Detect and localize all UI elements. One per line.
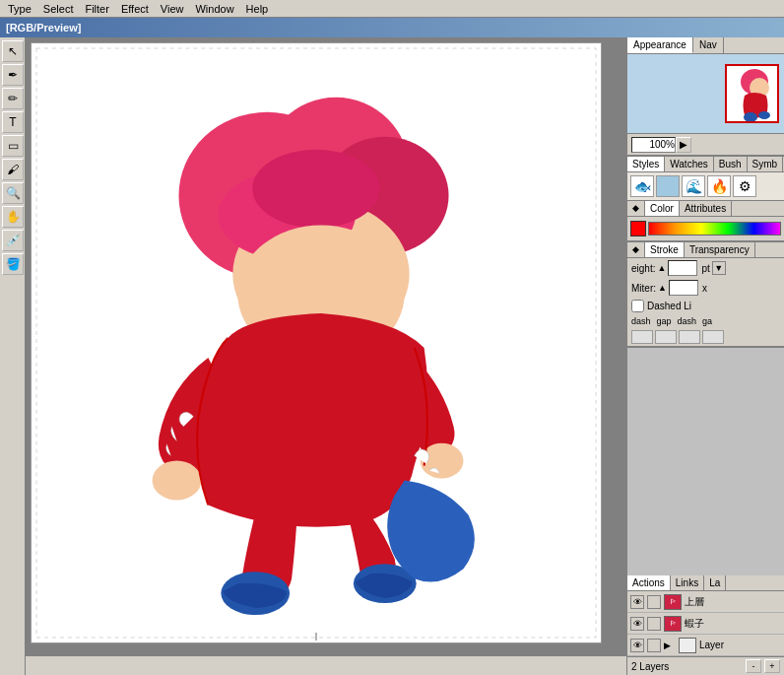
toolbox: ↖ ✒ ✏ T ▭ 🖌 🔍 ✋ 💉 🪣 bbox=[0, 37, 26, 675]
layer-2-thumb: 🏳 bbox=[664, 616, 682, 632]
tool-brush[interactable]: 🖌 bbox=[2, 159, 24, 180]
gap-box-1[interactable] bbox=[655, 330, 677, 344]
tab-appearance[interactable]: Appearance bbox=[627, 37, 693, 53]
layer-3-visibility[interactable]: 👁 bbox=[630, 639, 644, 652]
right-panel: Appearance Nav 100% ▶ bbox=[626, 37, 784, 675]
tool-pencil[interactable]: ✏ bbox=[2, 88, 24, 109]
color-gradient-bar[interactable] bbox=[648, 222, 781, 236]
tab-stroke[interactable]: Stroke bbox=[645, 242, 685, 257]
tab-color[interactable]: Color bbox=[645, 201, 680, 216]
tab-links[interactable]: Links bbox=[671, 575, 704, 590]
dashed-checkbox[interactable] bbox=[631, 300, 644, 312]
layer-2-name: 蝦子 bbox=[685, 617, 781, 631]
color-swatch[interactable] bbox=[630, 221, 646, 236]
tab-symb[interactable]: Symb bbox=[748, 157, 784, 171]
tab-watches[interactable]: Watches bbox=[665, 157, 714, 171]
tool-zoom[interactable]: 🔍 bbox=[2, 182, 24, 204]
menu-window[interactable]: Window bbox=[189, 0, 239, 17]
style-wave-icon[interactable]: 🌊 bbox=[682, 175, 705, 197]
tab-nav[interactable]: Nav bbox=[693, 37, 724, 53]
color-attr-tabs: ◆ Color Attributes bbox=[627, 201, 784, 217]
tab-layers[interactable]: La bbox=[704, 575, 726, 590]
tool-hand[interactable]: ✋ bbox=[2, 206, 24, 228]
layer-2-flag: 🏳 bbox=[670, 620, 677, 627]
tool-select[interactable]: ↖ bbox=[2, 40, 24, 62]
color-bar-row bbox=[627, 217, 784, 240]
gap-label-1: gap bbox=[657, 316, 672, 326]
zoom-bar: 100% ▶ bbox=[627, 133, 784, 155]
miter-x-label: x bbox=[702, 283, 707, 294]
tool-eyedropper[interactable]: 💉 bbox=[2, 230, 24, 251]
svg-point-8 bbox=[153, 461, 202, 501]
styles-tabs: Styles Watches Bush Symb bbox=[627, 157, 784, 172]
small-diamond-icon: ◆ bbox=[627, 242, 645, 257]
zoom-input[interactable]: 100% bbox=[631, 137, 676, 153]
menu-bar: Type Select Filter Effect View Window He… bbox=[0, 0, 784, 18]
svg-point-6 bbox=[252, 150, 380, 229]
styles-icon-bar: 🐟 🌊 🔥 ⚙ bbox=[627, 172, 784, 201]
styles-panel: Styles Watches Bush Symb 🐟 🌊 🔥 ⚙ ◆ Color… bbox=[627, 157, 784, 242]
miter-label: Miter: bbox=[631, 283, 656, 294]
menu-filter[interactable]: Filter bbox=[79, 0, 114, 17]
layers-add-button[interactable]: + bbox=[764, 659, 780, 673]
artwork-canvas bbox=[32, 43, 601, 642]
layer-3-arrow-icon[interactable]: ▶ bbox=[664, 641, 676, 650]
layer-1-flag: 🏳 bbox=[670, 598, 677, 605]
layer-3-name: Layer bbox=[699, 640, 781, 650]
style-fire-icon[interactable]: 🔥 bbox=[707, 175, 731, 197]
layer-1-visibility[interactable]: 👁 bbox=[630, 595, 644, 609]
canvas-area bbox=[26, 37, 626, 675]
document-title: [RGB/Preview] bbox=[6, 22, 81, 34]
menu-effect[interactable]: Effect bbox=[115, 0, 155, 17]
dash-box-1[interactable] bbox=[631, 330, 653, 344]
layers-footer: 2 Layers - + bbox=[627, 656, 784, 675]
weight-dropdown[interactable]: ▼ bbox=[712, 261, 726, 275]
style-water-icon[interactable] bbox=[656, 175, 680, 197]
layer-1-lock bbox=[647, 595, 661, 609]
dash-label-2: dash bbox=[678, 316, 697, 326]
layer-row-1: 👁 🏳 上層 bbox=[627, 591, 784, 613]
title-bar: [RGB/Preview] bbox=[0, 18, 784, 37]
gap-label-2: ga bbox=[702, 316, 712, 326]
layer-3-lock bbox=[647, 639, 661, 652]
tab-transparency[interactable]: Transparency bbox=[685, 242, 755, 257]
tool-shape[interactable]: ▭ bbox=[2, 135, 24, 157]
miter-up-icon: ▲ bbox=[658, 283, 667, 293]
tool-fill[interactable]: 🪣 bbox=[2, 253, 24, 275]
layer-1-thumb: 🏳 bbox=[664, 594, 682, 610]
main-area: ↖ ✒ ✏ T ▭ 🖌 🔍 ✋ 💉 🪣 bbox=[0, 37, 784, 675]
style-fish-icon[interactable]: 🐟 bbox=[630, 175, 654, 197]
dashed-row: Dashed Li bbox=[627, 298, 784, 314]
dash-labels-row: dash gap dash ga bbox=[627, 314, 784, 328]
small-icon-left[interactable]: ◆ bbox=[627, 201, 645, 216]
menu-select[interactable]: Select bbox=[37, 0, 80, 17]
menu-help[interactable]: Help bbox=[240, 0, 275, 17]
tab-bush[interactable]: Bush bbox=[714, 157, 748, 171]
preview-svg bbox=[727, 66, 779, 123]
appearance-preview bbox=[627, 54, 784, 133]
tab-actions[interactable]: Actions bbox=[627, 575, 671, 590]
layers-delete-button[interactable]: - bbox=[746, 659, 761, 673]
style-gear-icon[interactable]: ⚙ bbox=[733, 175, 756, 197]
gap-box-2[interactable] bbox=[702, 330, 724, 344]
layer-row-3: 👁 ▶ Layer bbox=[627, 635, 784, 656]
tool-type[interactable]: T bbox=[2, 111, 24, 133]
layer-row-2: 👁 🏳 蝦子 bbox=[627, 613, 784, 635]
layer-2-visibility[interactable]: 👁 bbox=[630, 617, 644, 631]
weight-input[interactable]: 1 bbox=[668, 260, 697, 276]
dash-boxes-row bbox=[627, 328, 784, 346]
miter-input[interactable]: 4 bbox=[669, 280, 698, 296]
svg-point-17 bbox=[744, 112, 757, 122]
tab-attributes[interactable]: Attributes bbox=[680, 201, 732, 216]
layers-tabs: Actions Links La bbox=[627, 575, 784, 591]
appearance-tabs: Appearance Nav bbox=[627, 37, 784, 54]
tab-styles[interactable]: Styles bbox=[627, 157, 665, 171]
tool-pen[interactable]: ✒ bbox=[2, 64, 24, 86]
layers-count: 2 Layers bbox=[631, 661, 669, 672]
menu-type[interactable]: Type bbox=[2, 0, 37, 17]
zoom-in-button[interactable]: ▶ bbox=[676, 137, 691, 153]
menu-view[interactable]: View bbox=[155, 0, 190, 17]
layer-2-lock bbox=[647, 617, 661, 631]
dash-box-2[interactable] bbox=[679, 330, 700, 344]
up-arrow-icon: ▲ bbox=[657, 263, 666, 273]
